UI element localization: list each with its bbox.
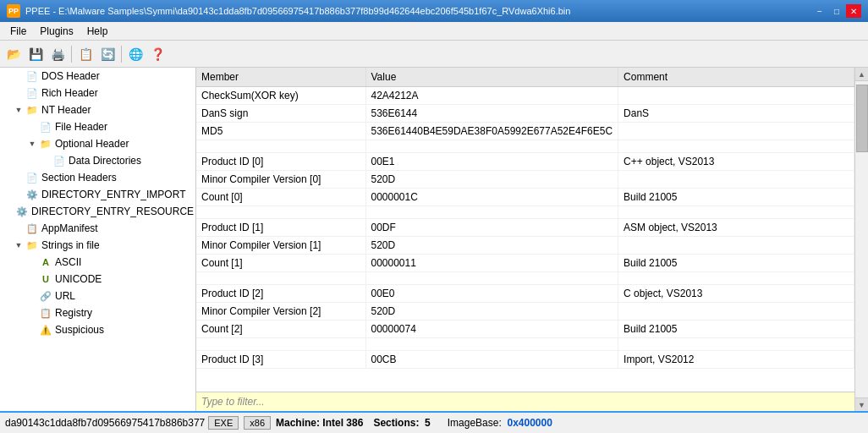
tree-item-dir-resource[interactable]: ⚙️ DIRECTORY_ENTRY_RESOURCE xyxy=(0,203,195,220)
tree-icon-unicode: U xyxy=(39,272,52,286)
tree-item-ascii[interactable]: A ASCII xyxy=(0,254,195,271)
cell-comment: ASM object, VS2013 xyxy=(618,219,854,237)
expand-icon-rich xyxy=(14,88,24,98)
table-row: Product ID [1] 00DF ASM object, VS2013 xyxy=(196,219,854,237)
table-row: Count [1] 00000011 Build 21005 xyxy=(196,255,854,272)
tree-item-dos-header[interactable]: 📄 DOS Header xyxy=(0,68,195,85)
table-row: Product ID [0] 00E1 C++ object, VS2013 xyxy=(196,153,854,171)
cell-member: Count [0] xyxy=(196,189,365,206)
table-row: Minor Compiler Version [2] 520D xyxy=(196,303,854,321)
tree-item-suspicious[interactable]: ⚠️ Suspicious xyxy=(0,321,195,338)
cell-member: Count [2] xyxy=(196,321,365,338)
tree-icon-import: ⚙️ xyxy=(25,188,39,201)
scroll-up-button[interactable]: ▲ xyxy=(855,68,868,81)
help-button[interactable]: ❓ xyxy=(147,44,168,64)
minimize-button[interactable]: − xyxy=(812,4,827,18)
tree-label-manifest: AppManifest xyxy=(41,222,98,234)
cell-value: 00E0 xyxy=(365,285,618,303)
tree-icon-nt: 📁 xyxy=(25,103,39,117)
tree-item-registry[interactable]: 📋 Registry xyxy=(0,304,195,321)
cell-value: 536E61440B4E59DAE38F0A5992E677A52E4F6E5C xyxy=(365,123,618,140)
cell-value: 536E6144 xyxy=(365,105,618,123)
copy-button[interactable]: 📋 xyxy=(75,44,96,64)
tree-item-unicode[interactable]: U UNICODE xyxy=(0,271,195,288)
table-row: Minor Compiler Version [0] 520D xyxy=(196,171,854,189)
tree-item-nt-header[interactable]: ▼ 📁 NT Header xyxy=(0,101,195,118)
tree-item-dir-import[interactable]: ⚙️ DIRECTORY_ENTRY_IMPORT xyxy=(0,186,195,203)
cell-comment xyxy=(618,87,854,105)
cell-value: 00000011 xyxy=(365,255,618,272)
expand-icon-datadir xyxy=(41,156,51,166)
tree-item-strings[interactable]: ▼ 📁 Strings in file xyxy=(0,237,195,254)
cell-comment: Build 21005 xyxy=(618,189,854,206)
tree-item-url[interactable]: 🔗 URL xyxy=(0,288,195,304)
print-button[interactable]: 🖨️ xyxy=(47,44,68,64)
status-imagebase: ImageBase: 0x400000 xyxy=(448,417,552,429)
titlebar-left: PP PPEE - E:\Malware Samples\Symmi\da901… xyxy=(7,4,570,18)
table-row: Product ID [3] 00CB Import, VS2012 xyxy=(196,351,854,369)
maximize-button[interactable]: □ xyxy=(829,4,844,18)
table-row: MD5 536E61440B4E59DAE38F0A5992E677A52E4F… xyxy=(196,123,854,140)
tree-label-strings: Strings in file xyxy=(41,239,100,251)
menu-help[interactable]: Help xyxy=(80,24,115,39)
cell-value: 00E1 xyxy=(365,153,618,171)
tree-icon-rich: 📄 xyxy=(25,86,39,100)
tree-item-rich-header[interactable]: 📄 Rich Header xyxy=(0,85,195,101)
tree-label-datadir: Data Directories xyxy=(69,155,141,167)
tree-label-nt: NT Header xyxy=(41,104,91,116)
expand-icon-suspicious xyxy=(27,325,37,335)
expand-icon-file xyxy=(27,122,37,132)
cell-value: 00DF xyxy=(365,219,618,237)
cell-member: Product ID [3] xyxy=(196,351,365,369)
tree-label-sections: Section Headers xyxy=(41,172,117,184)
status-arch-badge: x86 xyxy=(244,416,271,430)
tree-label-dos: DOS Header xyxy=(41,70,100,82)
app-icon: PP xyxy=(7,4,20,18)
filter-placeholder: Type to filter... xyxy=(201,396,265,408)
scrollbar[interactable]: ▲ ▼ xyxy=(854,68,868,411)
expand-icon-ascii xyxy=(27,257,37,267)
expand-icon-strings: ▼ xyxy=(14,240,24,250)
tree-item-data-directories[interactable]: 📄 Data Directories xyxy=(0,152,195,169)
tree-item-appmanifest[interactable]: 📋 AppManifest xyxy=(0,220,195,237)
table-row: Minor Compiler Version [1] 520D xyxy=(196,237,854,255)
save-button[interactable]: 💾 xyxy=(25,44,46,64)
table-row-empty xyxy=(196,338,854,351)
tree-icon-resource: ⚙️ xyxy=(15,205,29,218)
table-row: Product ID [2] 00E0 C object, VS2013 xyxy=(196,285,854,303)
tree-icon-sections: 📄 xyxy=(25,171,39,184)
tree-item-optional-header[interactable]: ▼ 📁 Optional Header xyxy=(0,135,195,152)
refresh-button[interactable]: 🔄 xyxy=(97,44,118,64)
tree-item-section-headers[interactable]: 📄 Section Headers xyxy=(0,169,195,186)
status-imagebase-value[interactable]: 0x400000 xyxy=(507,417,552,429)
open-button[interactable]: 📂 xyxy=(3,44,24,64)
tree-label-optional: Optional Header xyxy=(55,138,129,150)
window-title: PPEE - E:\Malware Samples\Symmi\da90143c… xyxy=(25,6,570,16)
filter-bar[interactable]: Type to filter... xyxy=(196,392,854,411)
table-row: Count [2] 00000074 Build 21005 xyxy=(196,321,854,338)
expand-icon-dos xyxy=(14,71,24,81)
toolbar-sep-1 xyxy=(71,46,72,63)
toolbar-sep-2 xyxy=(121,46,122,63)
menu-file[interactable]: File xyxy=(3,24,33,39)
cell-member: Product ID [2] xyxy=(196,285,365,303)
cell-member: Minor Compiler Version [0] xyxy=(196,171,365,189)
menubar: File Plugins Help xyxy=(0,22,868,41)
close-button[interactable]: ✕ xyxy=(846,4,861,18)
status-sections-label: Sections: xyxy=(373,417,419,429)
expand-icon-optional: ▼ xyxy=(27,139,37,149)
menu-plugins[interactable]: Plugins xyxy=(33,24,80,39)
web-button[interactable]: 🌐 xyxy=(125,44,146,64)
table-row: Count [0] 0000001C Build 21005 xyxy=(196,189,854,206)
main-content: 📄 DOS Header 📄 Rich Header ▼ 📁 NT Header… xyxy=(0,68,868,411)
tree-item-file-header[interactable]: 📄 File Header xyxy=(0,118,195,135)
scrollbar-thumb[interactable] xyxy=(856,85,868,152)
titlebar: PP PPEE - E:\Malware Samples\Symmi\da901… xyxy=(0,0,868,22)
cell-empty xyxy=(196,140,365,153)
details-panel: Member Value Comment CheckSum(XOR key) 4… xyxy=(196,68,854,411)
cell-value: 42A4212A xyxy=(365,87,618,105)
tree-label-import: DIRECTORY_ENTRY_IMPORT xyxy=(41,189,185,200)
scroll-down-button[interactable]: ▼ xyxy=(855,397,868,411)
expand-icon-manifest xyxy=(14,223,24,233)
tree-label-url: URL xyxy=(55,290,75,302)
